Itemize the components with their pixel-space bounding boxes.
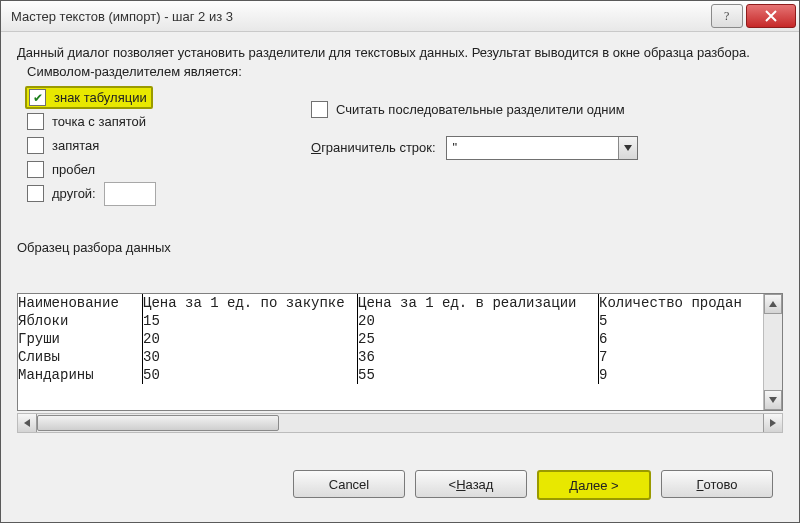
delimiter-other-row: другой: xyxy=(27,182,277,206)
right-options: Считать последовательные разделители одн… xyxy=(311,72,783,216)
delimiter-space-row: пробел xyxy=(27,158,277,182)
delimiter-group: Символом-разделителем является: знак таб… xyxy=(17,72,287,216)
table-cell: Цена за 1 ед. по закупке xyxy=(143,294,358,312)
other-label: другой: xyxy=(52,186,96,201)
other-checkbox[interactable] xyxy=(27,185,44,202)
tab-checkbox[interactable] xyxy=(29,89,46,106)
text-qualifier-select[interactable]: " xyxy=(446,136,638,160)
table-cell: 36 xyxy=(358,348,599,366)
table-cell: 7 xyxy=(599,348,782,366)
table-row: НаименованиеЦена за 1 ед. по закупкеЦена… xyxy=(18,294,782,312)
consecutive-checkbox[interactable] xyxy=(311,101,328,118)
preview-legend: Образец разбора данных xyxy=(17,240,783,255)
scroll-down-icon[interactable] xyxy=(764,390,782,410)
table-cell: Мандарины xyxy=(18,366,143,384)
table-cell: Яблоки xyxy=(18,312,143,330)
preview-box: НаименованиеЦена за 1 ед. по закупкеЦена… xyxy=(17,293,783,411)
cancel-button[interactable]: Cancel xyxy=(293,470,405,498)
qualifier-value: " xyxy=(447,140,618,155)
tab-highlight: знак табуляции xyxy=(25,86,153,109)
intro-text: Данный диалог позволяет установить разде… xyxy=(17,44,783,62)
comma-label: запятая xyxy=(52,138,99,153)
table-cell: Цена за 1 ед. в реализации xyxy=(358,294,599,312)
table-cell: Количество продан xyxy=(599,294,782,312)
horizontal-scrollbar[interactable] xyxy=(17,413,783,433)
table-cell: 6 xyxy=(599,330,782,348)
table-cell: Сливы xyxy=(18,348,143,366)
table-row: Сливы30367 xyxy=(18,348,782,366)
other-delimiter-input[interactable] xyxy=(104,182,156,206)
space-label: пробел xyxy=(52,162,95,177)
tab-label: знак табуляции xyxy=(54,90,147,105)
delimiter-comma-row: запятая xyxy=(27,134,277,158)
client-area: Данный диалог позволяет установить разде… xyxy=(1,32,799,522)
dialog-window: Мастер текстов (импорт) - шаг 2 из 3 ? Д… xyxy=(0,0,800,523)
vertical-scrollbar[interactable] xyxy=(763,294,782,410)
table-cell: 50 xyxy=(143,366,358,384)
finish-button[interactable]: Готово xyxy=(661,470,773,498)
preview-area: Образец разбора данных НаименованиеЦена … xyxy=(17,240,783,458)
table-cell: Наименование xyxy=(18,294,143,312)
options-area: Символом-разделителем является: знак таб… xyxy=(17,72,783,216)
consecutive-row: Считать последовательные разделители одн… xyxy=(311,98,783,122)
table-cell: 15 xyxy=(143,312,358,330)
preview-grid: НаименованиеЦена за 1 ед. по закупкеЦена… xyxy=(18,294,782,410)
chevron-down-icon xyxy=(618,137,637,159)
table-row: Яблоки15205 xyxy=(18,312,782,330)
semicolon-label: точка с запятой xyxy=(52,114,146,129)
table-cell: 30 xyxy=(143,348,358,366)
delimiter-semicolon-row: точка с запятой xyxy=(27,110,277,134)
consecutive-label: Считать последовательные разделители одн… xyxy=(336,102,625,117)
table-row: Груши20256 xyxy=(18,330,782,348)
close-button[interactable] xyxy=(746,4,796,28)
table-cell: 9 xyxy=(599,366,782,384)
table-cell: Груши xyxy=(18,330,143,348)
help-button[interactable]: ? xyxy=(711,4,743,28)
space-checkbox[interactable] xyxy=(27,161,44,178)
window-title: Мастер текстов (импорт) - шаг 2 из 3 xyxy=(1,9,711,24)
svg-text:?: ? xyxy=(724,9,729,23)
table-row: Мандарины50559 xyxy=(18,366,782,384)
table-cell: 25 xyxy=(358,330,599,348)
scroll-up-icon[interactable] xyxy=(764,294,782,314)
semicolon-checkbox[interactable] xyxy=(27,113,44,130)
comma-checkbox[interactable] xyxy=(27,137,44,154)
qualifier-label: Ограничитель строк: xyxy=(311,140,436,155)
hscroll-thumb[interactable] xyxy=(37,415,279,431)
table-cell: 5 xyxy=(599,312,782,330)
footer-buttons: Cancel < Назад Далее > Готово xyxy=(17,458,783,512)
table-cell: 55 xyxy=(358,366,599,384)
next-button[interactable]: Далее > xyxy=(537,470,651,500)
delimiter-tab-row: знак табуляции xyxy=(27,86,277,110)
table-cell: 20 xyxy=(358,312,599,330)
scroll-right-icon[interactable] xyxy=(763,414,782,432)
delimiter-legend: Символом-разделителем является: xyxy=(23,64,246,79)
table-cell: 20 xyxy=(143,330,358,348)
title-bar: Мастер текстов (импорт) - шаг 2 из 3 ? xyxy=(1,1,799,32)
back-button[interactable]: < Назад xyxy=(415,470,527,498)
qualifier-row: Ограничитель строк: " xyxy=(311,136,783,160)
scroll-left-icon[interactable] xyxy=(18,414,37,432)
